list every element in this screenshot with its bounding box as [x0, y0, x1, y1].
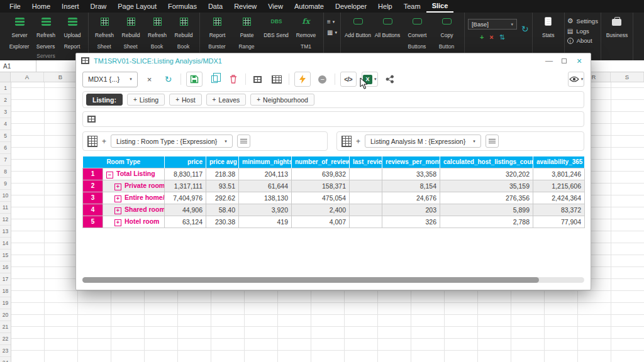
app-menu-item[interactable]: i About [567, 37, 598, 44]
column-header-cell[interactable]: minimum_nights [239, 156, 292, 168]
row-header[interactable]: 17 [0, 273, 11, 285]
add-dimension-icon[interactable]: + [102, 137, 106, 146]
ribbon-button[interactable]: Copy Button [433, 14, 461, 52]
column-header-cell[interactable]: number_of_reviews [292, 156, 350, 168]
ribbon-button[interactable]: Refresh Book [145, 14, 170, 52]
minimize-button[interactable]: — [543, 55, 555, 67]
refresh-button[interactable]: ↻ [162, 72, 175, 87]
expand-toggle-icon[interactable]: + [114, 184, 121, 190]
row-header[interactable]: 1 [0, 82, 11, 94]
sheet-tab[interactable]: + Host [169, 94, 201, 106]
data-cell[interactable]: 320,202 [440, 168, 533, 180]
data-cell[interactable]: 639,832 [292, 168, 350, 180]
column-header-cell[interactable]: availability_365 [533, 156, 585, 168]
column-header-cell[interactable]: reviews_per_month [382, 156, 440, 168]
data-cell[interactable]: 230.38 [206, 216, 239, 228]
row-header[interactable]: 16 [0, 261, 11, 273]
save-button[interactable] [186, 72, 203, 87]
ribbon-button[interactable]: Convert Buttons [403, 14, 431, 52]
data-cell[interactable]: 61,644 [239, 180, 292, 192]
stats-button[interactable]: Stats [536, 14, 561, 52]
row-header[interactable]: 13 [0, 226, 11, 238]
menu-item[interactable]: Page Layout [112, 0, 162, 13]
data-cell[interactable]: 138,130 [239, 192, 292, 204]
row-header[interactable]: 18 [0, 285, 11, 297]
data-cell[interactable] [350, 204, 382, 216]
data-cell[interactable] [350, 180, 382, 192]
data-cell[interactable]: 24,676 [382, 192, 440, 204]
share-button[interactable] [383, 72, 397, 87]
menu-item[interactable]: Team [398, 0, 426, 13]
delete-button[interactable] [226, 72, 240, 87]
data-cell[interactable] [350, 216, 382, 228]
row-header[interactable]: 22 [0, 333, 11, 345]
column-dimension-menu-button[interactable] [486, 134, 499, 148]
row-header[interactable]: 5 [0, 130, 11, 142]
data-cell[interactable]: 77,904 [533, 216, 585, 228]
copy-button[interactable] [208, 72, 221, 87]
menu-item[interactable]: Slice [426, 0, 454, 13]
data-cell[interactable] [350, 168, 382, 180]
row-number-cell[interactable]: 3 [83, 192, 103, 204]
data-cell[interactable]: 63,124 [165, 216, 206, 228]
expand-toggle-icon[interactable]: + [114, 207, 121, 214]
sheet-tab[interactable]: Listing: [86, 94, 123, 106]
name-box[interactable]: A1 [0, 60, 36, 72]
expand-toggle-icon[interactable]: − [106, 172, 113, 178]
row-dimension-menu-button[interactable] [237, 134, 250, 148]
menu-item[interactable]: View [262, 0, 289, 13]
expand-toggle-icon[interactable]: + [114, 195, 121, 202]
row-label-cell[interactable]: +Entire home/apt [103, 192, 165, 204]
data-cell[interactable]: 58.40 [206, 204, 239, 216]
menu-item[interactable]: Data [203, 0, 228, 13]
export-excel-button[interactable]: X ▾ [362, 72, 378, 87]
menu-item[interactable]: Automate [289, 0, 330, 13]
visibility-button[interactable]: ▾ [568, 72, 584, 87]
view-mode-button[interactable]: ▦ ▾ [327, 29, 337, 36]
ribbon-button[interactable]: Add Button [344, 14, 372, 52]
data-cell[interactable]: 8,154 [382, 180, 440, 192]
row-header[interactable]: 10 [0, 190, 11, 202]
data-cell[interactable]: 292.62 [206, 192, 239, 204]
column-header[interactable]: S [611, 72, 644, 82]
column-header-cell[interactable]: calculated_host_listings_count [440, 156, 533, 168]
row-header[interactable]: 21 [0, 321, 11, 333]
data-cell[interactable]: 44,906 [165, 204, 206, 216]
row-number-cell[interactable]: 2 [83, 180, 103, 192]
large-grid-view-button[interactable] [270, 72, 284, 87]
menu-item[interactable]: Review [228, 0, 262, 13]
close-button[interactable]: × [573, 55, 586, 67]
row-dimension-select[interactable]: Listing : Room Type : {Expression} ▾ [111, 134, 233, 148]
row-header[interactable]: 4 [0, 118, 11, 130]
data-cell[interactable]: 1,215,606 [533, 180, 585, 192]
code-view-button[interactable]: </> [340, 72, 357, 87]
ribbon-button[interactable]: Rebuild Book [171, 14, 196, 52]
small-grid-view-button[interactable] [251, 72, 265, 87]
data-cell[interactable]: 7,404,976 [165, 192, 206, 204]
data-cell[interactable]: 218.38 [206, 168, 239, 180]
row-header[interactable]: 19 [0, 297, 11, 309]
suppress-button[interactable]: − [316, 72, 330, 87]
data-cell[interactable]: 8,830,117 [165, 168, 206, 180]
sheet-tab[interactable]: + Neighbourhood [250, 94, 314, 106]
row-header[interactable]: 14 [0, 238, 11, 250]
row-header[interactable]: 20 [0, 309, 11, 321]
data-cell[interactable]: 2,424,364 [533, 192, 585, 204]
row-number-cell[interactable]: 1 [83, 168, 103, 180]
menu-item[interactable]: Formulas [162, 0, 203, 13]
column-header-cell[interactable]: Room Type [83, 156, 165, 168]
menu-item[interactable]: Home [26, 0, 56, 13]
row-header[interactable]: 9 [0, 178, 11, 190]
ribbon-button[interactable]: Rebuild Sheet [118, 14, 143, 52]
data-cell[interactable]: 1,317,111 [165, 180, 206, 192]
row-label-cell[interactable]: −Total Listing [103, 168, 165, 180]
data-cell[interactable]: 204,113 [239, 168, 292, 180]
data-cell[interactable]: 4,007 [292, 216, 350, 228]
refresh-icon[interactable]: ↻ [521, 24, 529, 34]
row-header[interactable]: 11 [0, 202, 11, 214]
add-member-icon[interactable]: + [480, 34, 484, 41]
row-header[interactable]: 3 [0, 106, 11, 118]
business-button[interactable]: Business [604, 14, 630, 52]
menu-item[interactable]: Draw [85, 0, 113, 13]
row-label-cell[interactable]: +Shared room [103, 204, 165, 216]
